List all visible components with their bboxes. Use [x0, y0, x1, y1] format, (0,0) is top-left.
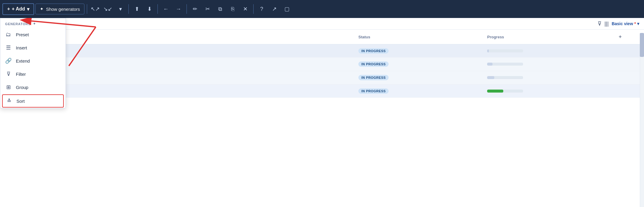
scissors-button[interactable]: ✂: [202, 3, 213, 15]
group-menu-item[interactable]: ⊞ Group: [0, 81, 66, 94]
progress-bar: [487, 63, 523, 66]
columns-icon[interactable]: |||: [604, 21, 609, 27]
collapse-arrows-icon: ↘↙: [103, 6, 112, 12]
toolbar-separator-2: [128, 4, 129, 14]
toolbar-separator-3: [157, 4, 158, 14]
main-content: ⊽ ||| Basic view * ▾ Status Progress +: [0, 18, 644, 207]
filter-icon: ⊽: [5, 71, 12, 77]
generators-dropdown: GENERATORS ✦ 🗂 Preset ☰ Insert 🔗 Extend …: [0, 18, 66, 108]
filter-menu-item[interactable]: ⊽ Filter: [0, 67, 66, 81]
basic-view-chevron-icon: ▾: [637, 21, 639, 26]
extend-menu-item[interactable]: 🔗 Extend: [0, 54, 66, 67]
generators-label: GENERATORS: [5, 22, 31, 26]
table-row: ◈ Topic 1 IN PROGRESS: [0, 44, 644, 58]
progress-fill: [487, 76, 494, 79]
move-up-button[interactable]: ⬆: [131, 3, 143, 15]
table-row: S Story 1 IN PROGRESS: [0, 58, 644, 71]
move-down-button[interactable]: ⬇: [144, 3, 155, 15]
extra-cell: [612, 84, 644, 98]
sort-menu-item[interactable]: ≛ Sort: [2, 94, 64, 108]
plus-icon: +: [7, 6, 10, 12]
progress-cell: [483, 71, 612, 84]
extend-label: Extend: [16, 58, 30, 64]
table-row: ◈ Topic 2 IN PROGRESS: [0, 84, 644, 98]
expand-arrows-icon: ↖↗: [91, 6, 100, 12]
filter-view-icon[interactable]: ⊽: [598, 20, 601, 27]
progress-bar: [487, 49, 523, 52]
insert-label: Insert: [16, 45, 27, 50]
basic-view-button[interactable]: Basic view * ▾: [612, 21, 639, 26]
status-badge: IN PROGRESS: [358, 61, 389, 67]
items-table-container[interactable]: Status Progress + ◈ Topic 1: [0, 30, 644, 204]
status-cell: IN PROGRESS: [354, 44, 483, 58]
arrow-right-icon: →: [176, 6, 181, 12]
scrollbar[interactable]: [640, 33, 644, 207]
progress-cell: [483, 58, 612, 71]
arrow-left-button[interactable]: ←: [160, 3, 172, 15]
toolbar-separator-5: [253, 4, 254, 14]
show-generators-label: Show generators: [46, 7, 80, 12]
extra-cell: [612, 44, 644, 58]
preset-menu-item[interactable]: 🗂 Preset: [0, 28, 66, 41]
group-label: Group: [16, 85, 28, 90]
add-chevron-icon: ▾: [27, 6, 29, 12]
basic-view-asterisk: *: [634, 21, 636, 26]
help-icon: ?: [260, 6, 263, 12]
window-button[interactable]: ▢: [281, 3, 293, 15]
status-badge: IN PROGRESS: [358, 88, 389, 94]
view-controls-bar: ⊽ ||| Basic view * ▾: [0, 18, 644, 30]
basic-view-label: Basic view: [612, 21, 633, 26]
chevron-down-button[interactable]: ▾: [115, 3, 126, 15]
generators-section-header: GENERATORS ✦: [0, 18, 66, 28]
toolbar-separator-1: [87, 4, 87, 14]
status-cell: IN PROGRESS: [354, 58, 483, 71]
chevron-down-icon: ▾: [119, 6, 122, 12]
progress-bar: [487, 90, 523, 93]
arrow-right-button[interactable]: →: [173, 3, 184, 15]
add-label: + Add: [12, 6, 25, 12]
toolbar-separator-4: [187, 4, 187, 14]
progress-bar: [487, 76, 523, 79]
preset-label: Preset: [16, 32, 29, 37]
table-header-row: Status Progress +: [0, 30, 644, 44]
help-button[interactable]: ?: [256, 3, 267, 15]
status-cell: IN PROGRESS: [354, 84, 483, 98]
edit-button[interactable]: ✏: [189, 3, 201, 15]
export-icon: ↗: [272, 6, 277, 12]
collapse-arrows-button[interactable]: ↘↙: [102, 3, 113, 15]
progress-cell: [483, 84, 612, 98]
copy-icon: ⧉: [218, 6, 222, 12]
expand-arrows-button[interactable]: ↖↗: [90, 3, 101, 15]
items-table: Status Progress + ◈ Topic 1: [0, 30, 644, 98]
show-generators-button[interactable]: ✦ Show generators: [35, 4, 84, 14]
delete-icon: ✕: [243, 6, 248, 12]
progress-fill: [487, 90, 503, 93]
arrow-left-icon: ←: [163, 6, 169, 12]
move-down-icon: ⬇: [147, 6, 152, 12]
insert-menu-item[interactable]: ☰ Insert: [0, 41, 66, 54]
add-column-header: +: [612, 30, 644, 44]
progress-cell: [483, 44, 612, 58]
wand-icon: ✦: [40, 6, 44, 12]
generators-wand-icon: ✦: [33, 22, 36, 26]
status-badge: IN PROGRESS: [358, 75, 389, 80]
extend-icon: 🔗: [5, 58, 12, 64]
add-column-button[interactable]: +: [616, 33, 624, 41]
export-button[interactable]: ↗: [269, 3, 280, 15]
scissors-icon: ✂: [205, 6, 210, 12]
add-button[interactable]: + + Add ▾: [2, 3, 34, 15]
insert-icon: ☰: [5, 44, 12, 51]
sort-label: Sort: [16, 99, 25, 104]
status-column-header: Status: [354, 30, 483, 44]
status-badge: IN PROGRESS: [358, 48, 389, 54]
progress-column-header: Progress: [483, 30, 612, 44]
copy-button[interactable]: ⧉: [214, 3, 226, 15]
main-toolbar: + + Add ▾ ✦ Show generators ↖↗ ↘↙ ▾ ⬆ ⬇ …: [0, 0, 644, 18]
progress-fill: [487, 49, 489, 52]
delete-button[interactable]: ✕: [240, 3, 251, 15]
move-up-icon: ⬆: [135, 6, 139, 12]
paste-button[interactable]: ⎘: [227, 3, 238, 15]
scroll-thumb[interactable]: [640, 33, 644, 57]
filter-label: Filter: [16, 72, 26, 77]
progress-fill: [487, 63, 493, 66]
